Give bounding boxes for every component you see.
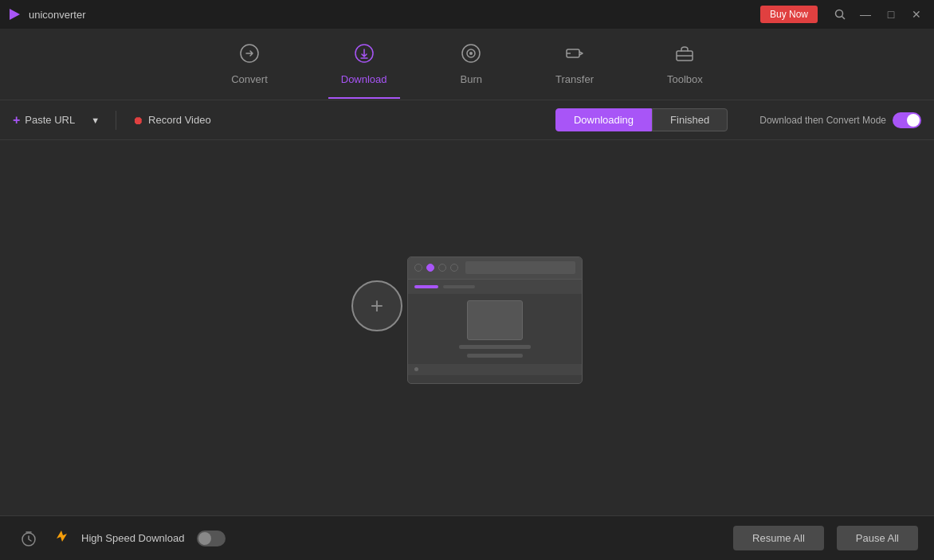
browser-addressbar: [465, 261, 575, 274]
title-right: Buy Now — □ ✕: [760, 3, 928, 25]
resume-all-button[interactable]: Resume All: [733, 526, 824, 550]
paste-url-label: Paste URL: [25, 114, 75, 126]
download-icon: [354, 43, 375, 69]
nav-item-toolbox[interactable]: Toolbox: [654, 37, 716, 92]
speed-toggle-knob: [198, 532, 211, 545]
mini-progress-bar-2: [443, 285, 475, 288]
toolbox-label: Toolbox: [667, 73, 703, 85]
high-speed-label: High Speed Download: [81, 532, 184, 544]
svg-line-2: [842, 17, 846, 20]
svg-point-8: [469, 52, 473, 55]
empty-illustration: +: [351, 257, 583, 400]
browser-line-1: [459, 345, 531, 349]
toggle-knob: [907, 114, 920, 127]
transfer-icon: [564, 43, 585, 69]
bottom-bar: High Speed Download Resume All Pause All: [0, 515, 934, 560]
download-label: Download: [341, 73, 387, 85]
record-icon: ⏺: [132, 114, 143, 127]
nav-item-transfer[interactable]: Transfer: [543, 37, 606, 92]
convert-label: Convert: [231, 73, 268, 85]
nav-item-convert[interactable]: Convert: [218, 37, 281, 92]
main-content: +: [0, 140, 934, 515]
browser-dot-4: [450, 264, 458, 272]
paste-url-dropdown-button[interactable]: ▼: [91, 116, 100, 125]
toolbox-icon: [674, 43, 695, 69]
browser-line-2: [467, 354, 523, 358]
buy-now-button[interactable]: Buy Now: [760, 6, 818, 23]
browser-titlebar: [408, 257, 582, 280]
browser-footer: [408, 364, 582, 375]
tabs-area: Downloading Finished: [555, 108, 728, 131]
browser-dot-2: [426, 264, 434, 272]
svg-marker-0: [10, 9, 20, 20]
browser-toolbar-area: [408, 280, 582, 294]
tab-downloading[interactable]: Downloading: [555, 108, 652, 131]
browser-dot-1: [414, 264, 422, 272]
title-bar: uniconverter Buy Now — □ ✕: [0, 0, 934, 29]
pause-all-button[interactable]: Pause All: [837, 526, 918, 550]
browser-body: [408, 294, 582, 364]
minimize-icon[interactable]: —: [854, 3, 877, 25]
mode-label: Download then Convert Mode: [759, 115, 886, 126]
tab-finished[interactable]: Finished: [652, 108, 728, 131]
record-video-label: Record Video: [148, 114, 211, 126]
app-name: uniconverter: [29, 9, 86, 21]
mode-toggle[interactable]: [893, 112, 921, 128]
add-download-button[interactable]: +: [351, 280, 402, 331]
burn-icon: [461, 43, 481, 69]
browser-video-thumbnail: [467, 300, 523, 340]
record-video-button[interactable]: ⏺ Record Video: [132, 114, 211, 127]
toolbar-separator: [116, 111, 116, 130]
mini-progress-bar: [414, 285, 438, 288]
maximize-icon[interactable]: □: [880, 3, 902, 25]
transfer-label: Transfer: [555, 73, 594, 85]
speed-toggle[interactable]: [197, 531, 226, 546]
title-left: uniconverter: [6, 6, 86, 22]
nav-item-download[interactable]: Download: [328, 37, 400, 92]
timer-icon[interactable]: [16, 526, 41, 551]
nav-item-burn[interactable]: Burn: [448, 37, 495, 92]
nav-bar: Convert Download Burn: [0, 29, 934, 100]
burn-label: Burn: [461, 73, 482, 85]
convert-icon: [239, 43, 260, 69]
toolbar: + Paste URL ▼ ⏺ Record Video Downloading…: [0, 100, 934, 140]
mode-area: Download then Convert Mode: [759, 112, 921, 128]
browser-mockup: [407, 257, 583, 384]
plus-icon: +: [13, 113, 20, 127]
footer-dot: [414, 367, 418, 371]
svg-point-1: [836, 10, 843, 18]
high-speed-icon: [54, 529, 69, 547]
app-logo-icon: [6, 6, 22, 22]
close-icon[interactable]: ✕: [905, 3, 928, 25]
browser-dot-3: [438, 264, 446, 272]
search-icon[interactable]: [829, 3, 851, 25]
paste-url-button[interactable]: + Paste URL: [13, 113, 75, 127]
